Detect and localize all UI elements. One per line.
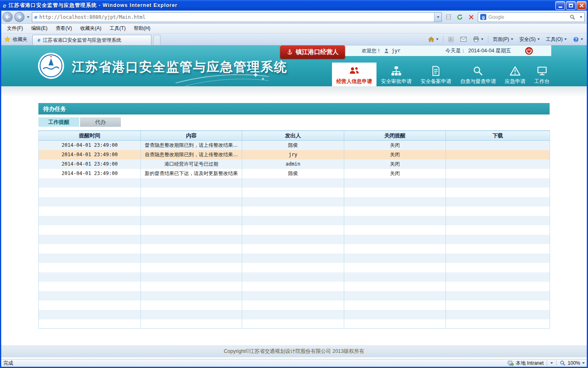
feeds-button[interactable] — [445, 36, 457, 43]
empty-cell — [39, 310, 141, 319]
close-reminder-link[interactable]: 关闭 — [344, 150, 446, 159]
magnifier-icon — [472, 65, 483, 76]
empty-cell — [39, 235, 141, 244]
search-box[interactable]: g Google — [478, 12, 585, 22]
favorites-bar: 收藏夹 e 江苏省港口安全监管与应急管理系统 — [0, 34, 588, 45]
stop-button[interactable] — [466, 12, 476, 22]
chevron-down-icon — [436, 38, 439, 40]
main-nav: 经营人信息申请 安全审批申请 安全备案申请 自查与督查申请 应急申请 — [332, 63, 555, 86]
url-text: http://localhost:8080/yjpt/Main.html — [39, 14, 432, 20]
nav-self-inspection[interactable]: 自查与督查申请 — [456, 63, 501, 86]
maximize-icon — [569, 4, 573, 7]
safety-menu-label: 安全(S) — [519, 36, 536, 43]
empty-cell — [446, 319, 550, 329]
menu-edit[interactable]: 编辑(E) — [27, 24, 51, 33]
empty-cell — [242, 282, 344, 291]
empty-cell — [344, 310, 446, 319]
empty-cell — [242, 254, 344, 263]
favorites-button[interactable]: 收藏夹 — [2, 35, 31, 44]
minimize-button[interactable] — [555, 1, 565, 10]
task-tabs: 工作提醒 代办 — [38, 117, 550, 127]
address-dropdown[interactable] — [434, 13, 441, 22]
nav-safety-approval[interactable]: 安全审批申请 — [376, 63, 416, 86]
tools-menu-button[interactable]: 工具(O) — [543, 35, 569, 44]
help-button[interactable] — [570, 36, 586, 43]
web-page: 江苏省港口安全监管与应急管理系统 镇江港口经营人 欢迎您！ jyr 今 — [0, 45, 588, 359]
tab-work-reminder[interactable]: 工作提醒 — [38, 117, 79, 127]
close-reminder-link[interactable]: 关闭 — [344, 169, 446, 178]
page-menu-button[interactable]: 页面(P) — [490, 35, 516, 44]
site-logo — [38, 52, 65, 79]
cell-sender: admin — [242, 159, 344, 169]
nav-operator-info[interactable]: 经营人信息申请 — [332, 63, 377, 86]
cell-content: 港口经营许可证号已过期 — [141, 159, 242, 169]
help-icon — [573, 36, 579, 43]
window-titlebar[interactable]: e 江苏省港口安全监管与应急管理系统 - Windows Internet Ex… — [0, 0, 588, 11]
nav-workbench[interactable]: 工作台 — [530, 63, 555, 86]
menu-tools[interactable]: 工具(T) — [106, 24, 129, 33]
user-icon — [383, 48, 390, 54]
role-badge-label: 镇江港口经营人 — [296, 48, 339, 56]
empty-cell — [141, 178, 242, 188]
tab-todo[interactable]: 代办 — [80, 117, 121, 127]
search-dropdown[interactable] — [579, 16, 583, 18]
nav-emergency[interactable]: 应急申请 — [501, 63, 530, 86]
close-button[interactable] — [577, 1, 586, 10]
safety-menu-button[interactable]: 安全(S) — [517, 35, 542, 44]
decorative-swoosh — [176, 69, 270, 87]
refresh-button[interactable] — [455, 12, 465, 22]
empty-cell — [39, 178, 141, 188]
browser-tab[interactable]: e 江苏省港口安全监管与应急管理系统 — [32, 35, 151, 45]
print-icon — [473, 36, 479, 43]
nav-safety-filing[interactable]: 安全备案申请 — [416, 63, 456, 86]
menu-view[interactable]: 查看(V) — [52, 24, 76, 33]
print-button[interactable] — [470, 35, 486, 43]
home-button[interactable] — [425, 35, 441, 43]
empty-table-row — [39, 254, 550, 263]
status-text: 完成 — [3, 360, 508, 367]
security-zone[interactable]: 本地 Intranet — [508, 360, 543, 367]
header-shadow-strip — [0, 86, 588, 97]
search-icon[interactable] — [568, 13, 577, 21]
zoom-dropdown-button[interactable] — [550, 362, 553, 364]
star-icon — [4, 36, 11, 43]
compatibility-view-button[interactable] — [443, 12, 453, 22]
search-input[interactable]: Google — [488, 14, 566, 20]
table-row: 2014-04-01 23:49:00督查隐患整改期限已到，请上传整改结果…陈俊… — [39, 141, 550, 150]
toolbar-divider — [443, 36, 443, 43]
header-time: 提醒时间 — [39, 131, 141, 141]
empty-table-row — [39, 282, 550, 291]
org-chart-icon — [391, 65, 402, 76]
nav-label: 安全审批申请 — [381, 78, 412, 85]
site-header: 江苏省港口安全监管与应急管理系统 镇江港口经营人 欢迎您！ jyr 今 — [0, 45, 588, 86]
forward-button[interactable] — [14, 12, 24, 22]
maximize-button[interactable] — [566, 1, 576, 10]
empty-cell — [141, 263, 242, 272]
menu-help[interactable]: 帮助(H) — [130, 24, 154, 33]
read-mail-button[interactable] — [458, 36, 469, 43]
empty-cell — [446, 263, 550, 272]
refresh-icon — [457, 14, 463, 20]
address-bar[interactable]: e http://localhost:8080/yjpt/Main.html — [32, 12, 442, 22]
header-download: 下载 — [446, 131, 550, 141]
welcome-label: 欢迎您！ — [362, 47, 381, 54]
people-icon — [349, 65, 360, 76]
zoom-control[interactable]: 100% — [560, 360, 585, 366]
back-button[interactable] — [2, 12, 13, 22]
menu-favorites[interactable]: 收藏夹(A) — [76, 24, 105, 33]
empty-cell — [446, 272, 550, 282]
zoom-level: 100% — [568, 360, 580, 366]
menu-file[interactable]: 文件(F) — [3, 24, 27, 33]
logout-button[interactable] — [524, 46, 533, 55]
todo-table-body: 2014-04-01 23:49:00督查隐患整改期限已到，请上传整改结果…陈俊… — [39, 141, 550, 329]
browser-window: e 江苏省港口安全监管与应急管理系统 - Windows Internet Ex… — [0, 0, 588, 368]
table-header-row: 提醒时间 内容 发出人 关闭提醒 下载 — [39, 131, 550, 141]
new-tab-button[interactable] — [153, 35, 160, 45]
close-reminder-link[interactable]: 关闭 — [344, 141, 446, 150]
empty-cell — [141, 197, 242, 206]
recent-pages-dropdown[interactable] — [26, 16, 30, 18]
document-icon — [430, 65, 441, 76]
close-reminder-link[interactable]: 关闭 — [344, 159, 446, 169]
empty-cell — [141, 225, 242, 235]
empty-table-row — [39, 301, 550, 310]
